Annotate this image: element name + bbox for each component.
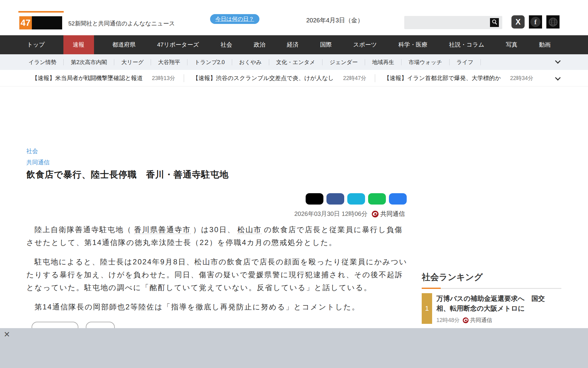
subnav-item-3[interactable]: 大谷翔平 xyxy=(151,59,187,65)
breaking-news-ticker: 【速報】米当局者が戦闘機撃墜確認と報道23時13分【速報】渋谷のスクランブル交差… xyxy=(0,70,588,86)
subnav-item-9[interactable]: 市場ウォッチ xyxy=(401,59,450,65)
subnav-item-2[interactable]: 大リーグ xyxy=(114,59,151,65)
nav-item-3[interactable]: 47リポーターズ xyxy=(154,35,202,54)
today-topic-button[interactable]: 今日は何の日？ xyxy=(210,14,259,24)
inline-location-link[interactable]: 香川県善通寺市 xyxy=(134,225,191,234)
rank-item-source: 共同通信 xyxy=(470,316,492,324)
search-box xyxy=(404,16,502,29)
logo-news-box xyxy=(32,16,62,29)
share-buttons xyxy=(306,193,407,205)
main-nav: トップ速報都道府県47リポーターズ社会政治経済国際スポーツ科学・医療社説・コラム… xyxy=(0,35,588,54)
facebook-glyph: f xyxy=(530,17,541,27)
rank-item-time: 12時48分 xyxy=(436,316,460,324)
ticker-item-0: 【速報】米当局者が戦闘機撃墜確認と報道23時13分 xyxy=(32,74,175,82)
brand-accent-line xyxy=(18,11,64,13)
article-body: 陸上自衛隊善通寺駐屯地（香川県善通寺市）は30日、松山市の飲食店で店長と従業員に… xyxy=(26,223,408,320)
site-logo[interactable]: 47 xyxy=(19,16,62,29)
kyodo-news-logo-icon xyxy=(372,211,379,217)
nav-item-1[interactable]: 速報 xyxy=(63,35,94,54)
article-paragraph-0: 陸上自衛隊善通寺駐屯地（香川県善通寺市）は30日、松山市の飲食店で店長と従業員に… xyxy=(26,223,408,249)
publish-source: 共同通信 xyxy=(380,210,405,218)
ranking-divider xyxy=(422,288,561,289)
article-title: 飲食店で暴行、陸士長停職 香川・善通寺駐屯地 xyxy=(26,169,229,181)
paragraph-text: 第14通信隊長の岡部師也2等陸佐は「指導を徹底し再発防止に努める」とコメントした… xyxy=(26,303,360,311)
subnav-item-0[interactable]: イラン情勢 xyxy=(21,59,64,65)
facebook-icon[interactable]: f xyxy=(529,15,542,29)
nav-item-10[interactable]: 社説・コラム xyxy=(446,35,487,54)
article-paragraph-1: 駐屯地によると、陸士長は2024年9月8日、松山市の飲食店で店長の顔面を殴ったり… xyxy=(26,255,408,294)
article-category-link[interactable]: 社会 xyxy=(26,147,38,155)
ticker-link-1[interactable]: 【速報】渋谷のスクランブル交差点で炎、けが人なし xyxy=(193,74,334,82)
ticker-item-1: 【速報】渋谷のスクランブル交差点で炎、けが人なし22時47分 xyxy=(193,74,366,82)
search-input[interactable] xyxy=(404,16,502,29)
globe-glyph xyxy=(548,17,558,27)
sub-nav: イラン情勢第2次高市内閣大リーグ大谷翔平トランプ2.0おくやみ文化・エンタメジェ… xyxy=(0,54,588,70)
article-paragraph-2: 第14通信隊長の岡部師也2等陸佐は「指導を徹底し再発防止に努める」とコメントした… xyxy=(26,301,408,313)
subnav-item-7[interactable]: ジェンダー xyxy=(322,59,365,65)
ticker-separator xyxy=(184,74,184,82)
paragraph-text: 陸上自衛隊善通寺駐屯地（ xyxy=(26,225,132,234)
subnav-item-4[interactable]: トランプ2.0 xyxy=(187,59,232,65)
rank-item-title: 万博バスの補助金返還要求へ 国交相、転用断念の大阪メトロに xyxy=(436,294,550,313)
site-tagline: 52新聞社と共同通信のよんななニュース xyxy=(68,20,175,28)
rank-item-body: 万博バスの補助金返還要求へ 国交相、転用断念の大阪メトロに12時48分共同通信 xyxy=(436,293,561,324)
paragraph-text: ）は30日、 xyxy=(193,225,235,234)
nav-item-8[interactable]: スポーツ xyxy=(350,35,380,54)
ticker-link-0[interactable]: 【速報】米当局者が戦闘機撃墜確認と報道 xyxy=(32,74,143,82)
nav-item-5[interactable]: 政治 xyxy=(251,35,269,54)
ranking-item-0[interactable]: 1万博バスの補助金返還要求へ 国交相、転用断念の大阪メトロに12時48分共同通信 xyxy=(422,293,561,324)
ticker-time-0: 23時13分 xyxy=(152,75,175,82)
ranking-divider-accent xyxy=(422,288,441,289)
article-source-link[interactable]: 共同通信 xyxy=(26,159,50,167)
nav-item-7[interactable]: 国際 xyxy=(317,35,335,54)
share-button-3[interactable] xyxy=(368,193,386,205)
page: 47 52新聞社と共同通信のよんななニュース 今日は何の日？ 2026年4月3日… xyxy=(0,0,588,368)
header-date: 2026年4月3日（金） xyxy=(306,16,364,25)
today-topic-label: 今日は何の日？ xyxy=(215,15,254,23)
subnav-item-1[interactable]: 第2次高市内閣 xyxy=(64,59,114,65)
ticker-time-2: 22時34分 xyxy=(510,75,533,82)
x-icon[interactable]: X xyxy=(511,15,525,29)
logo-47-box: 47 xyxy=(19,16,32,29)
subnav-item-8[interactable]: 地域再生 xyxy=(365,59,401,65)
bottom-overlay: ✕ xyxy=(0,328,588,368)
paragraph-text: 駐屯地によると、陸士長は2024年9月8日、松山市の飲食店で店長の顔面を殴ったり… xyxy=(26,258,407,292)
nav-item-0[interactable]: トップ xyxy=(24,35,48,54)
share-button-1[interactable] xyxy=(326,193,344,205)
publish-info: 2026年03月30日 12時06分 共同通信 xyxy=(214,210,405,218)
nav-item-4[interactable]: 社会 xyxy=(217,35,235,54)
ticker-separator xyxy=(375,74,375,82)
publish-date: 2026年03月30日 12時06分 xyxy=(294,210,368,218)
share-button-2[interactable] xyxy=(347,193,365,205)
nav-item-6[interactable]: 経済 xyxy=(284,35,302,54)
subnav-item-6[interactable]: 文化・エンタメ xyxy=(269,59,323,65)
nav-item-2[interactable]: 都道府県 xyxy=(109,35,139,54)
subnav-item-10[interactable]: ライフ xyxy=(450,59,481,65)
nav-item-11[interactable]: 写真 xyxy=(503,35,521,54)
rank-item-meta: 12時48分共同通信 xyxy=(436,316,561,324)
kyodo-news-logo-icon xyxy=(463,317,469,323)
share-button-4[interactable] xyxy=(389,193,407,205)
rank-number-badge: 1 xyxy=(422,293,432,324)
ticker-link-2[interactable]: 【速報】イラン首都北部で爆発、大学標的か xyxy=(384,74,501,82)
search-button[interactable] xyxy=(490,18,499,27)
ranking-list: 1万博バスの補助金返還要求へ 国交相、転用断念の大阪メトロに12時48分共同通信 xyxy=(422,293,561,324)
globe-icon[interactable] xyxy=(546,15,560,29)
chevron-down-icon[interactable] xyxy=(555,75,560,80)
nav-item-12[interactable]: 動画 xyxy=(536,35,554,54)
x-glyph: X xyxy=(515,17,521,26)
inline-location-link[interactable]: 松山市 xyxy=(237,225,262,234)
site-header: 47 52新聞社と共同通信のよんななニュース 今日は何の日？ 2026年4月3日… xyxy=(0,0,588,35)
close-icon[interactable]: ✕ xyxy=(4,330,10,339)
chevron-down-icon[interactable] xyxy=(555,58,560,63)
nav-item-9[interactable]: 科学・医療 xyxy=(395,35,431,54)
ticker-item-2: 【速報】イラン首都北部で爆発、大学標的か22時34分 xyxy=(384,74,533,82)
share-button-0[interactable] xyxy=(306,193,323,205)
subnav-item-5[interactable]: おくやみ xyxy=(232,59,269,65)
ranking-title: 社会ランキング xyxy=(422,271,483,283)
ticker-time-1: 22時47分 xyxy=(343,75,366,82)
search-icon xyxy=(492,19,498,26)
